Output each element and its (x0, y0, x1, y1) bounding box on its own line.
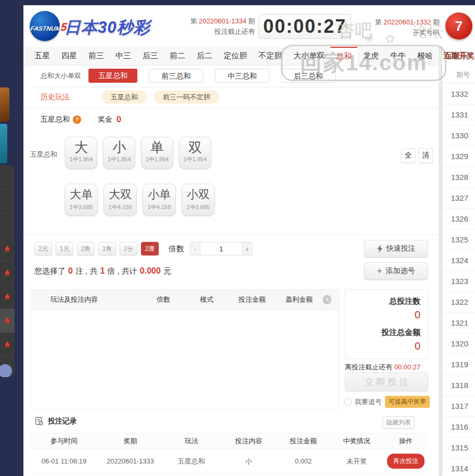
current-period-line: 第 20220601-1334 期 (185, 16, 255, 27)
record-period: 20220601-1333 (98, 457, 163, 465)
lightning-icon (377, 245, 383, 253)
period-column-header: 期号 (442, 67, 475, 83)
rail-menu-item-hot[interactable] (0, 261, 15, 285)
draw-label: 开奖号码 (362, 28, 440, 38)
history-tag[interactable]: 五星总和 (102, 91, 147, 104)
records-col-header: 操作 (384, 436, 428, 446)
multiplier-label: 倍数 (169, 244, 184, 254)
record-play: 五星总和 (163, 457, 220, 466)
betslip-deadline-label: 离投注截止还有 (345, 363, 392, 371)
bet-option[interactable]: 小双1中3.685 (182, 184, 215, 216)
history-label: 历史玩法 (41, 93, 70, 102)
rail-menu-item-avatar[interactable] (0, 357, 15, 377)
countdown-timer: 00:00:27 (259, 14, 351, 39)
rail-menu-item-hot[interactable] (0, 309, 15, 333)
rail-menu-item-hot[interactable] (0, 333, 15, 357)
nav-tab[interactable]: 四星 (56, 47, 83, 65)
rail-menu-item[interactable] (0, 165, 15, 189)
subnav-tab[interactable]: 后三总和 (281, 69, 336, 83)
amount-row: 2元 1元 2角 1角 2分 2厘 倍数 - 1 + (34, 242, 252, 255)
nav-tab[interactable]: 定位胆 (218, 47, 253, 65)
bet-option[interactable]: 大1中1.954 (65, 137, 97, 169)
amount-unit-selected[interactable]: 2厘 (141, 242, 159, 255)
bet-now-button[interactable]: 立即投注 (345, 372, 428, 391)
rail-menu-item-hot[interactable] (0, 237, 15, 261)
total-bets-label: 总投注数 (353, 297, 420, 306)
bet-option[interactable]: 小1中1.954 (103, 137, 135, 169)
add-selection-button[interactable]: + 添加选号 (364, 262, 428, 280)
stepper-minus-button[interactable]: - (190, 242, 200, 255)
nav-tab[interactable]: 后二 (191, 47, 218, 65)
rail-menu-item[interactable] (0, 213, 15, 237)
page: FASTNUM5 日本30秒彩 第 20220601-1334 期 投注截止还有… (0, 0, 475, 476)
nav-tab[interactable]: 中三 (110, 47, 137, 65)
bet-option-odds: 1中1.954 (66, 156, 97, 163)
recent-period-row: 1318 (442, 375, 475, 396)
subnav-tab[interactable]: 中三总和 (215, 69, 269, 83)
recent-period-row: 1331 (442, 105, 475, 125)
subnav-tab[interactable]: 前三总和 (149, 69, 203, 83)
last-period-number: 20220601-1332 (383, 18, 431, 26)
recent-period-row: 1329 (442, 146, 475, 167)
nav-tab-active[interactable]: 总和 (330, 47, 357, 65)
quick-bet-button[interactable]: 快速投注 (364, 240, 428, 258)
summary-total-amount: 0.000 (140, 266, 161, 276)
total-bets-value: 0 (353, 309, 420, 321)
record-time: 06-01 11:06:19 (30, 457, 98, 465)
select-all-button[interactable]: 全 (401, 148, 416, 163)
amount-unit[interactable]: 2分 (120, 242, 137, 255)
chase-label[interactable]: 我要追号 (355, 397, 382, 407)
nav-tab[interactable]: 前二 (164, 47, 191, 65)
help-icon[interactable]: ? (73, 115, 81, 124)
betslip-col-header: 玩法及投注内容 (31, 295, 142, 304)
clear-button[interactable]: 清 (418, 148, 433, 163)
bet-option[interactable]: 大单1中3.685 (65, 184, 98, 216)
nav-tab[interactable]: 梭哈 (412, 47, 439, 65)
history-tag[interactable]: 前三一码不定胆 (154, 91, 219, 104)
nav-tab[interactable]: 龙虎 (357, 47, 384, 65)
bet-option[interactable]: 双1中1.954 (179, 137, 211, 169)
bet-row-label: 五星总和 (30, 150, 57, 159)
recent-period-row: 1324 (442, 250, 475, 271)
nav-tab[interactable]: 前三 (83, 47, 110, 65)
fire-icon (3, 293, 11, 301)
amount-unit[interactable]: 1角 (98, 242, 116, 255)
period-suffix: 期 (248, 17, 255, 25)
bet-option[interactable]: 小单1中4.158 (143, 184, 176, 216)
fire-icon (3, 245, 11, 253)
amount-unit[interactable]: 1元 (56, 242, 73, 255)
recent-period-row: 1330 (442, 125, 475, 146)
period-prefix: 第 (375, 18, 382, 26)
nav-tab[interactable]: 五星 (29, 47, 56, 65)
nav-tab[interactable]: 后三 (137, 47, 164, 65)
nav-tab[interactable]: 不定胆 (253, 47, 288, 65)
logo-title: 日本30秒彩 (65, 17, 150, 38)
nav-tab[interactable]: 牛牛 (384, 47, 412, 65)
summary-text: 倍 , 共计 (107, 266, 137, 276)
nav-tab[interactable]: 大小单双 (288, 47, 330, 65)
amount-unit[interactable]: 2元 (34, 242, 52, 255)
hide-list-button[interactable]: 隐藏列表 (382, 416, 415, 429)
selection-summary: 您选择了 0 注 , 共 1 倍 , 共计 0.000 元 (34, 266, 171, 276)
recent-period-row: 1328 (442, 167, 475, 188)
rail-menu-item[interactable] (0, 189, 15, 213)
amount-unit[interactable]: 2角 (77, 242, 95, 255)
game-title: 五星总和 (41, 115, 70, 124)
multiplier-input[interactable]: 1 (200, 242, 242, 255)
record-amount: 0.002 (277, 457, 329, 465)
rail-banner-thumb[interactable] (0, 87, 9, 122)
bet-option[interactable]: 大双1中4.158 (104, 184, 137, 216)
chase-radio[interactable] (344, 398, 352, 406)
subnav-tab-active[interactable]: 五星总和 (88, 69, 137, 83)
rail-menu-item-hot[interactable] (0, 285, 15, 309)
bet-again-button[interactable]: 再次投注 (387, 454, 425, 469)
record-content: 小 (220, 457, 277, 466)
records-header: 投注记录 (34, 417, 77, 426)
recent-draws-title: 近期开奖 (443, 51, 474, 61)
stepper-plus-button[interactable]: + (242, 242, 252, 255)
recent-period-row: 1327 (442, 188, 475, 209)
bet-option[interactable]: 单1中1.954 (141, 137, 173, 169)
bet-option-name: 双 (179, 139, 211, 156)
rail-banner-thumb-2[interactable] (0, 124, 7, 163)
close-icon[interactable]: × (323, 295, 331, 304)
